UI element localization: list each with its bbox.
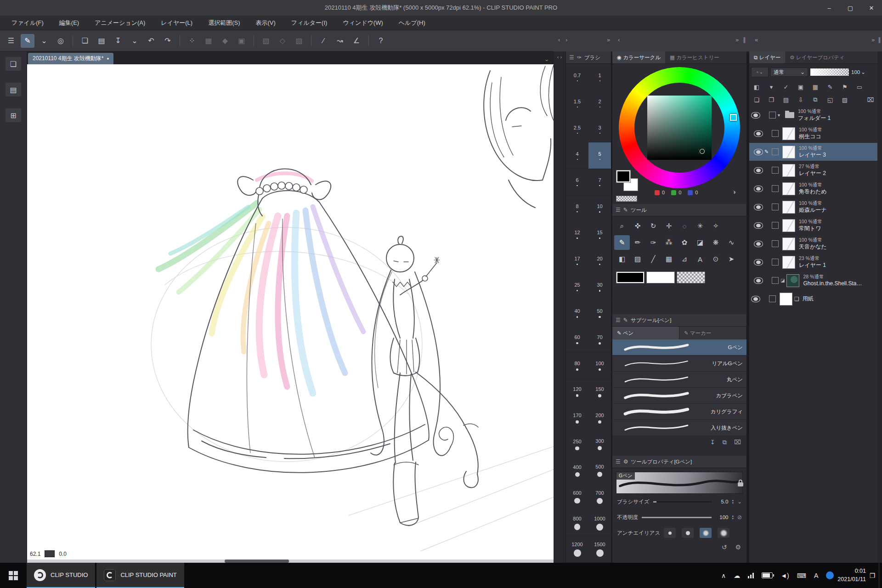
layer-checkbox[interactable] <box>772 240 779 247</box>
brush-size-1000[interactable]: 1000 <box>588 510 611 537</box>
brush-size-30[interactable]: 30 <box>588 274 611 300</box>
open-file-icon[interactable]: ▤ <box>95 34 108 48</box>
menu-item-2[interactable]: アニメーション(A) <box>87 16 153 30</box>
liquify-tool[interactable]: ∿ <box>724 235 739 250</box>
brush-size-15[interactable]: 15 <box>588 221 611 248</box>
layer-visibility-eye-icon[interactable] <box>754 241 763 247</box>
lock-transparent-icon[interactable]: ▦ <box>811 84 820 90</box>
ime-language-icon[interactable] <box>826 571 834 579</box>
window-close-button[interactable]: ✕ <box>861 0 882 16</box>
brush-size-800[interactable]: 800 <box>566 510 588 537</box>
panel-menu-icon[interactable]: ☰ <box>616 207 621 213</box>
layer-color-icon[interactable]: ▭ <box>855 84 864 90</box>
layer-thumbnail[interactable] <box>782 146 795 158</box>
show-ruler-icon[interactable]: ⚑ <box>840 84 849 90</box>
brush-tool[interactable]: ✑ <box>645 235 661 250</box>
redo-icon[interactable]: ↷ <box>161 34 175 48</box>
menu-item-0[interactable]: ファイル(F) <box>4 16 51 30</box>
save-dropdown-icon[interactable]: ⌄ <box>128 34 141 48</box>
crop-icon[interactable]: ▣ <box>235 34 249 48</box>
brush-size-100[interactable]: 100 <box>588 353 611 379</box>
register-subtool-icon[interactable]: ↧ <box>710 439 715 446</box>
layer-thumbnail[interactable] <box>782 201 795 214</box>
layer-tab-0[interactable]: ⧉ レイヤー <box>749 51 785 63</box>
color-tab-0[interactable]: ◉ カラーサークル <box>612 51 665 63</box>
text-tool[interactable]: A <box>692 252 708 266</box>
menu-item-1[interactable]: 編集(E) <box>51 16 87 30</box>
volume-icon[interactable]: ◄) <box>780 572 789 579</box>
layer-thumbnail[interactable] <box>782 219 795 232</box>
canvas-tab[interactable]: 20210110 4期生 攻殻機動隊* ● <box>28 53 113 64</box>
action-center-icon[interactable]: ❐ <box>866 572 879 579</box>
collapse-color-dock-icon[interactable]: ‹ <box>618 36 620 43</box>
pencil-tool[interactable]: ✏ <box>630 235 645 250</box>
reference-layer-icon[interactable]: ▾ <box>767 84 776 90</box>
brush-size-8[interactable]: 8 <box>566 195 588 221</box>
clip-studio-home-icon[interactable]: ◎ <box>54 34 68 48</box>
brush-size-600[interactable]: 600 <box>566 484 588 510</box>
brush-size-300[interactable]: 300 <box>588 431 611 458</box>
brush-size-500[interactable]: 500 <box>588 458 611 484</box>
create-mask-icon[interactable]: ◱ <box>825 96 835 103</box>
brush-size-200[interactable]: 200 <box>588 405 611 431</box>
layer-thumbnail[interactable] <box>786 274 799 287</box>
select-extra-icon[interactable]: ▨ <box>292 34 306 48</box>
layer-checkbox[interactable] <box>772 277 779 284</box>
apply-mask-icon[interactable]: ▨ <box>840 96 849 103</box>
layer-visibility-eye-icon[interactable] <box>751 112 760 119</box>
subtool-tab-1[interactable]: ✎ マーカー <box>679 327 746 339</box>
snap-icon[interactable]: ⁘ <box>185 34 199 48</box>
dock-handle-icon[interactable]: ∥ <box>743 36 746 43</box>
airbrush-tool[interactable]: ⁂ <box>661 235 677 250</box>
layer-row-0[interactable]: ▾100 %通常フォルダー 1 <box>749 106 878 124</box>
brush-size-20[interactable]: 20 <box>588 248 611 274</box>
brush-size-stepper[interactable]: ▴▾ <box>732 499 734 504</box>
menu-item-3[interactable]: レイヤー(L) <box>153 16 200 30</box>
network-icon[interactable] <box>748 573 754 578</box>
opacity-value[interactable]: 100 <box>715 514 728 520</box>
taskbar-app-clip-studio-paint[interactable]: CLIP STUDIO PAINT <box>96 563 184 588</box>
layer-checkbox[interactable] <box>772 167 779 174</box>
fill-tool[interactable]: ◧ <box>614 252 630 266</box>
layer-row-7[interactable]: 100 %通常天音かなた <box>749 235 878 253</box>
layer-visibility-eye-icon[interactable] <box>754 222 763 229</box>
brush-size-80[interactable]: 80 <box>566 353 588 379</box>
brush-size-6[interactable]: 6 <box>566 169 588 195</box>
selection-tool[interactable]: ◌ <box>677 219 692 233</box>
brush-size-5[interactable]: 5 <box>588 142 611 169</box>
panel-splitter[interactable]: ‹ › <box>554 51 566 563</box>
ruler-line-icon[interactable]: ∕ <box>317 34 330 48</box>
brush-size-25[interactable]: 25 <box>566 274 588 300</box>
battery-icon[interactable] <box>762 572 773 578</box>
subtool-item-1[interactable]: リアルGペン <box>612 356 746 372</box>
layer-row-2[interactable]: ✎100 %通常レイヤー 3 <box>749 143 878 161</box>
detail-settings-icon[interactable]: ⚙ <box>735 543 741 551</box>
layer-visibility-eye-icon[interactable] <box>754 130 763 137</box>
layer-checkbox[interactable] <box>772 148 779 155</box>
layer-checkbox[interactable] <box>769 295 776 302</box>
select-lasso-icon[interactable]: ◇ <box>276 34 289 48</box>
layer-row-3[interactable]: 27 %通常レイヤー 2 <box>749 161 878 180</box>
layer-visibility-eye-icon[interactable] <box>754 259 763 266</box>
brush-size-2.5[interactable]: 2.5 <box>566 116 588 142</box>
panel-menu-icon[interactable]: ☰ <box>569 54 574 61</box>
line-correct-tool[interactable]: ➤ <box>724 252 739 266</box>
brush-size-400[interactable]: 400 <box>566 458 588 484</box>
panel-toggle-material-icon[interactable]: ▤ <box>6 83 21 96</box>
layer-checkbox[interactable] <box>772 185 779 192</box>
subtool-item-4[interactable]: カリグラフィ <box>612 404 746 420</box>
brush-size-700[interactable]: 700 <box>588 484 611 510</box>
zoom-value[interactable]: 62.1 <box>30 551 40 557</box>
help-icon[interactable]: ? <box>374 34 388 48</box>
layer-visibility-eye-icon[interactable] <box>754 167 763 174</box>
layer-tab-1[interactable]: ⚙ レイヤープロパティ <box>785 51 849 63</box>
start-button[interactable] <box>0 563 27 588</box>
subtool-tab-0[interactable]: ✎ ペン <box>612 327 679 339</box>
mask-icon[interactable]: ◆ <box>218 34 232 48</box>
zoom-slider-box[interactable] <box>45 550 55 557</box>
layer-visibility-eye-icon[interactable] <box>754 204 763 210</box>
layer-row-4[interactable]: 100 %通常角巻わため <box>749 180 878 198</box>
layer-opacity-slider[interactable] <box>810 68 849 76</box>
layer-visibility-eye-icon[interactable] <box>754 186 763 192</box>
brush-size-150[interactable]: 150 <box>588 379 611 405</box>
